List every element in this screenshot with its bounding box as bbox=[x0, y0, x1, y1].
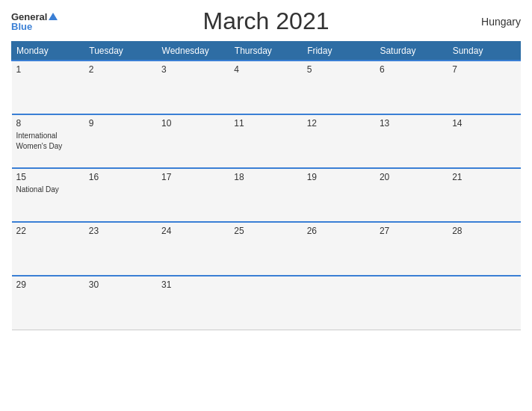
day-number: 30 bbox=[89, 279, 152, 290]
calendar-day-cell: 22 bbox=[12, 222, 84, 276]
logo-general-text: General bbox=[11, 12, 47, 22]
calendar-day-cell: 1 bbox=[12, 61, 84, 114]
day-number: 19 bbox=[307, 172, 371, 182]
calendar-day-cell: 16 bbox=[84, 168, 157, 222]
day-number: 31 bbox=[161, 279, 225, 290]
calendar-day-cell: 2 bbox=[84, 61, 157, 114]
calendar-day-cell bbox=[229, 276, 302, 330]
calendar-day-cell: 25 bbox=[229, 222, 302, 276]
day-number: 13 bbox=[380, 118, 443, 129]
day-number: 1 bbox=[16, 64, 80, 75]
day-event: International Women's Day bbox=[16, 132, 63, 150]
calendar-day-cell: 10 bbox=[157, 114, 229, 168]
day-event: National Day bbox=[16, 185, 59, 194]
calendar-day-cell: 20 bbox=[375, 168, 448, 222]
day-number: 3 bbox=[161, 64, 225, 75]
col-sunday: Sunday bbox=[448, 42, 520, 61]
calendar-day-cell: 27 bbox=[375, 222, 448, 276]
logo-triangle-icon bbox=[49, 13, 58, 20]
day-number: 11 bbox=[234, 118, 297, 129]
page-title: March 2021 bbox=[78, 7, 454, 35]
logo: General Blue bbox=[11, 12, 78, 31]
day-number: 5 bbox=[307, 64, 371, 75]
col-thursday: Thursday bbox=[229, 42, 302, 61]
col-wednesday: Wednesday bbox=[157, 42, 229, 61]
calendar-day-cell: 5 bbox=[303, 61, 375, 114]
day-number: 7 bbox=[452, 64, 516, 75]
calendar-week-row: 293031 bbox=[12, 276, 521, 330]
calendar-day-cell: 23 bbox=[84, 222, 157, 276]
calendar-day-cell: 11 bbox=[229, 114, 302, 168]
col-saturday: Saturday bbox=[375, 42, 448, 61]
calendar-day-cell: 18 bbox=[229, 168, 302, 222]
calendar-day-cell: 29 bbox=[12, 276, 84, 330]
day-number: 23 bbox=[89, 226, 152, 236]
calendar-day-cell: 6 bbox=[375, 61, 448, 114]
day-number: 28 bbox=[452, 226, 516, 236]
calendar-day-cell bbox=[375, 276, 448, 330]
calendar-day-cell: 30 bbox=[84, 276, 157, 330]
logo-blue-text: Blue bbox=[11, 22, 32, 31]
calendar-day-cell: 26 bbox=[303, 222, 375, 276]
calendar-day-cell: 13 bbox=[375, 114, 448, 168]
day-number: 9 bbox=[89, 118, 152, 129]
day-number: 24 bbox=[161, 226, 225, 236]
calendar-day-cell: 7 bbox=[448, 61, 520, 114]
calendar-day-cell: 12 bbox=[303, 114, 375, 168]
calendar-day-cell: 28 bbox=[448, 222, 520, 276]
day-number: 12 bbox=[307, 118, 371, 129]
day-number: 2 bbox=[89, 64, 152, 75]
day-number: 10 bbox=[161, 118, 225, 129]
col-tuesday: Tuesday bbox=[84, 42, 157, 61]
calendar-day-cell bbox=[448, 276, 520, 330]
day-number: 25 bbox=[234, 226, 297, 236]
calendar-day-cell: 21 bbox=[448, 168, 520, 222]
calendar-week-row: 8International Women's Day91011121314 bbox=[12, 114, 521, 168]
calendar-day-cell: 19 bbox=[303, 168, 375, 222]
day-number: 16 bbox=[89, 172, 152, 182]
calendar-day-cell: 14 bbox=[448, 114, 520, 168]
calendar-week-row: 15National Day161718192021 bbox=[12, 168, 521, 222]
header: General Blue March 2021 Hungary bbox=[11, 7, 521, 35]
day-number: 14 bbox=[452, 118, 516, 129]
weekday-header-row: Monday Tuesday Wednesday Thursday Friday… bbox=[12, 42, 521, 61]
day-number: 29 bbox=[16, 279, 80, 290]
day-number: 21 bbox=[452, 172, 516, 182]
calendar-day-cell: 3 bbox=[157, 61, 229, 114]
day-number: 15 bbox=[16, 172, 80, 182]
country-label: Hungary bbox=[454, 16, 521, 28]
day-number: 18 bbox=[234, 172, 297, 182]
day-number: 22 bbox=[16, 226, 80, 236]
day-number: 27 bbox=[380, 226, 443, 236]
day-number: 17 bbox=[161, 172, 225, 182]
calendar-week-row: 1234567 bbox=[12, 61, 521, 114]
calendar-day-cell: 8International Women's Day bbox=[12, 114, 84, 168]
col-monday: Monday bbox=[12, 42, 84, 61]
day-number: 26 bbox=[307, 226, 371, 236]
day-number: 6 bbox=[380, 64, 443, 75]
calendar-day-cell: 31 bbox=[157, 276, 229, 330]
calendar-day-cell: 9 bbox=[84, 114, 157, 168]
col-friday: Friday bbox=[303, 42, 375, 61]
calendar-page: General Blue March 2021 Hungary Monday T… bbox=[0, 0, 532, 411]
calendar-day-cell: 15National Day bbox=[12, 168, 84, 222]
calendar-day-cell: 24 bbox=[157, 222, 229, 276]
day-number: 4 bbox=[234, 64, 297, 75]
calendar-day-cell bbox=[303, 276, 375, 330]
calendar-day-cell: 4 bbox=[229, 61, 302, 114]
day-number: 20 bbox=[380, 172, 443, 182]
day-number: 8 bbox=[16, 118, 80, 129]
calendar-table: Monday Tuesday Wednesday Thursday Friday… bbox=[11, 41, 521, 330]
calendar-day-cell: 17 bbox=[157, 168, 229, 222]
calendar-week-row: 22232425262728 bbox=[12, 222, 521, 276]
